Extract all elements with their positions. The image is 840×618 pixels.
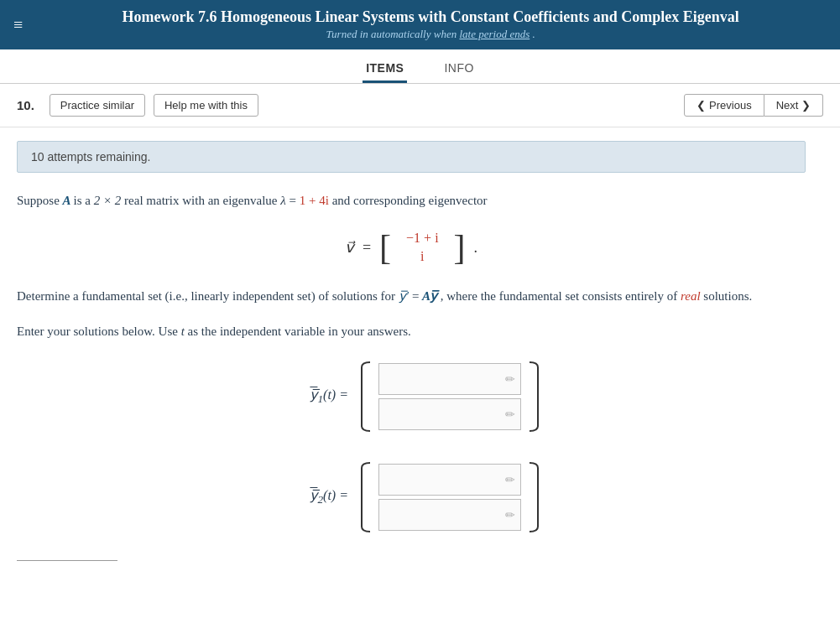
next-button[interactable]: Next ❯ [764,94,823,117]
bracket-left: [ [379,230,391,265]
nav-tabs: ITEMS INFO [0,49,840,84]
suppose-label: Suppose [17,194,60,207]
enter-text-2: as the independent variable in your answ… [188,325,411,338]
problem-statement: Suppose A is a 2 × 2 real matrix with an… [17,190,806,212]
vector-equation: v⃗ = [ −1 + i i ] . [17,229,806,266]
determine-text: Determine a fundamental set (i.e., linea… [17,286,806,308]
y1-input-row: y̅1(t) = ✏ [17,359,806,434]
previous-button[interactable]: ❮ Previous [684,94,764,117]
matrix-eq: v⃗ = [ −1 + i i ] . [345,229,477,266]
y1-matrix-wrapper: ✏ ✏ [358,359,541,434]
y2-top-cell[interactable]: ✏ [378,464,521,496]
y1-label: y̅1(t) = [281,387,348,406]
y2-right-bracket-icon [524,460,541,535]
hamburger-icon[interactable]: ≡ [13,15,23,34]
y1-bottom-cell[interactable]: ✏ [378,398,521,430]
attempts-text: 10 attempts remaining. [31,150,150,164]
matrix-A-label: A [63,194,74,207]
page-wrapper: 10 attempts remaining. Suppose A is a 2 … [0,127,840,578]
is-a-label: is a [74,194,91,207]
desc2-text: , where the fundamental set consists ent… [441,289,677,303]
eq2: = [412,289,422,303]
y2-label: y̅2(t) = [281,487,348,506]
tab-items[interactable]: ITEMS [363,56,407,83]
y2-matrix-wrapper: ✏ ✏ [358,460,541,535]
problem-toolbar: 10. Practice similar Help me with this ❮… [0,84,840,127]
problem-nav-buttons: ❮ Previous Next ❯ [684,94,823,117]
input-section: y̅1(t) = ✏ [17,359,806,535]
late-period-link[interactable]: late period ends [459,28,530,40]
vector-equals: = [363,239,371,257]
y2-input-row: y̅2(t) = ✏ [17,460,806,535]
bracket-right: ] [454,230,466,265]
main-content: 10 attempts remaining. Suppose A is a 2 … [0,141,822,578]
v-bar-label: v⃗ [345,238,354,257]
period: . [474,239,478,257]
pencil-icon-y2-top[interactable]: ✏ [505,473,515,487]
y1-right-bracket-icon [524,359,541,434]
y1-bottom-input[interactable] [384,408,515,421]
real-matrix-text: real matrix with an eigenvalue [124,194,277,207]
y2-bottom-input[interactable] [384,508,515,522]
lambda-label: λ [280,194,289,207]
Ay-label: Ay̅ [422,289,437,303]
practice-similar-button[interactable]: Practice similar [50,94,145,117]
real-word: real [681,289,701,303]
content-area[interactable]: 10 attempts remaining. Suppose A is a 2 … [0,127,840,578]
y2-bottom-cell[interactable]: ✏ [378,499,521,531]
pencil-icon-y2-bottom[interactable]: ✏ [505,508,515,522]
bottom-separator [17,560,117,561]
y1-top-cell[interactable]: ✏ [378,363,521,395]
problem-left: 10. Practice similar Help me with this [17,94,258,117]
attempts-banner: 10 attempts remaining. [17,141,806,173]
matrix-row-1: −1 + i [406,231,439,246]
pencil-icon-y1-top[interactable]: ✏ [505,372,515,387]
y2-top-input[interactable] [384,473,515,486]
yprime-label: y̅′ [399,289,412,303]
top-header: ≡ Homework 7.6 Homogeneous Linear System… [0,0,840,49]
y2-left-bracket-icon [358,460,375,535]
header-title-block: Homework 7.6 Homogeneous Linear Systems … [34,8,827,41]
y1-left-bracket-icon [358,359,375,434]
eq1: = [290,194,300,207]
pencil-icon-y1-bottom[interactable]: ✏ [505,408,515,422]
matrix-values: −1 + i i [399,229,446,266]
eigenvalue: 1 + 4i [300,194,329,207]
y2-input-cells: ✏ ✏ [378,464,521,531]
matrix-row-2: i [420,249,424,264]
header-subtitle: Turned in automatically when late period… [326,28,535,41]
page-title: Homework 7.6 Homogeneous Linear Systems … [123,8,739,26]
problem-number: 10. [17,98,34,112]
size-label: 2 × 2 [94,194,122,207]
enter-text-block: Enter your solutions below. Use t as the… [17,321,806,343]
tab-info[interactable]: INFO [441,56,477,83]
t-variable: t [181,325,185,338]
and-corr-text: and corresponding eigenvector [332,194,488,207]
desc1-text: Determine a fundamental set (i.e., linea… [17,289,395,303]
help-me-button[interactable]: Help me with this [154,94,258,117]
y1-top-input[interactable] [384,372,515,386]
enter-text-1: Enter your solutions below. Use [17,325,178,338]
desc3-text: solutions. [703,289,752,303]
y1-input-cells: ✏ ✏ [378,363,521,430]
